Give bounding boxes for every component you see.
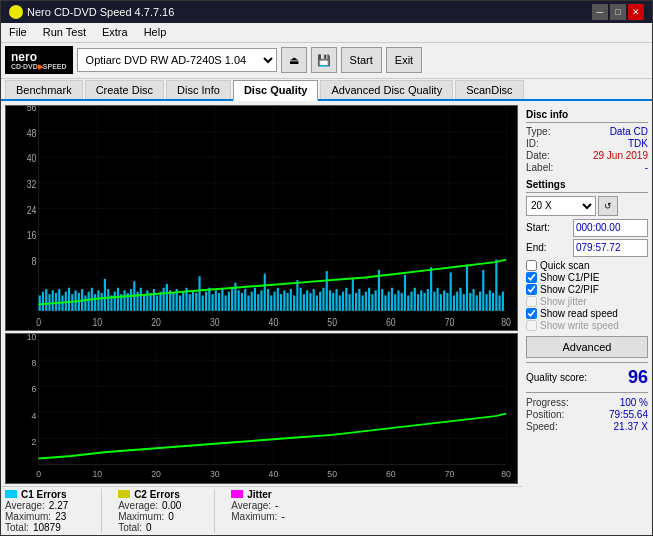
minimize-button[interactable]: ─	[592, 4, 608, 20]
svg-rect-143	[450, 272, 452, 310]
tab-advanced-disc-quality[interactable]: Advanced Disc Quality	[320, 80, 453, 99]
disc-info-title: Disc info	[526, 109, 648, 120]
menu-extra[interactable]: Extra	[94, 24, 136, 40]
svg-rect-93	[287, 293, 289, 311]
svg-text:30: 30	[210, 468, 220, 479]
svg-rect-151	[476, 295, 478, 310]
tab-disc-info[interactable]: Disc Info	[166, 80, 231, 99]
refresh-button[interactable]: ↺	[598, 196, 618, 216]
save-button[interactable]: 💾	[311, 47, 337, 73]
end-input[interactable]	[573, 239, 648, 257]
show-c1pie-checkbox[interactable]	[526, 272, 537, 283]
start-button[interactable]: Start	[341, 47, 382, 73]
c2-avg-label: Average:	[118, 500, 158, 511]
bottom-chart-svg: 10 8 6 4 2 0 10 20 30 40 50 60 70 80	[6, 334, 517, 483]
toolbar: nero CD·DVD▶SPEED Optiarc DVD RW AD-7240…	[1, 43, 652, 79]
svg-rect-146	[459, 287, 461, 310]
show-write-speed-label: Show write speed	[540, 320, 619, 331]
tab-benchmark[interactable]: Benchmark	[5, 80, 83, 99]
exit-button[interactable]: Exit	[386, 47, 422, 73]
svg-rect-101	[313, 289, 315, 311]
svg-rect-123	[384, 295, 386, 310]
close-button[interactable]: ✕	[628, 4, 644, 20]
show-jitter-checkbox[interactable]	[526, 296, 537, 307]
progress-label: Progress:	[526, 397, 569, 408]
show-c1pie-row: Show C1/PIE	[526, 272, 648, 283]
titlebar-controls: ─ □ ✕	[592, 4, 644, 20]
maximize-button[interactable]: □	[610, 4, 626, 20]
tab-scandisc[interactable]: ScanDisc	[455, 80, 523, 99]
disc-id-row: ID: TDK	[526, 138, 648, 149]
svg-rect-114	[355, 293, 357, 311]
svg-rect-154	[485, 294, 487, 311]
svg-text:10: 10	[27, 334, 37, 342]
menu-runtest[interactable]: Run Test	[35, 24, 94, 40]
c2-errors-group: C2 Errors Average: 0.00 Maximum: 0 Total…	[118, 489, 198, 533]
svg-rect-52	[153, 289, 155, 311]
svg-rect-38	[107, 289, 109, 311]
menubar: File Run Test Extra Help	[1, 23, 652, 43]
speed-info-label: Speed:	[526, 421, 558, 432]
end-label: End:	[526, 242, 547, 253]
svg-rect-86	[264, 273, 266, 310]
svg-rect-104	[322, 287, 324, 310]
c2-header: C2 Errors	[118, 489, 198, 500]
svg-rect-95	[293, 295, 295, 310]
drive-select[interactable]: Optiarc DVD RW AD-7240S 1.04	[77, 48, 277, 72]
show-c2pif-checkbox[interactable]	[526, 284, 537, 295]
svg-text:60: 60	[386, 468, 396, 479]
show-write-speed-checkbox[interactable]	[526, 320, 537, 331]
svg-rect-43	[123, 290, 125, 310]
svg-rect-107	[332, 293, 334, 311]
tab-create-disc[interactable]: Create Disc	[85, 80, 164, 99]
menu-help[interactable]: Help	[136, 24, 175, 40]
show-c2pif-row: Show C2/PIF	[526, 284, 648, 295]
quick-scan-label: Quick scan	[540, 260, 589, 271]
svg-rect-115	[358, 289, 360, 311]
svg-text:60: 60	[386, 316, 396, 328]
svg-rect-55	[163, 287, 165, 310]
svg-text:70: 70	[445, 316, 455, 328]
advanced-button[interactable]: Advanced	[526, 336, 648, 358]
svg-rect-69	[208, 287, 210, 310]
start-label: Start:	[526, 222, 550, 233]
svg-rect-100	[309, 293, 311, 311]
menu-file[interactable]: File	[1, 24, 35, 40]
svg-rect-63	[189, 294, 191, 311]
show-read-speed-label: Show read speed	[540, 308, 618, 319]
svg-rect-74	[225, 295, 227, 310]
svg-rect-71	[215, 290, 217, 310]
speed-select[interactable]: 20 X	[526, 196, 596, 216]
tabs-bar: Benchmark Create Disc Disc Info Disc Qua…	[1, 79, 652, 101]
svg-rect-109	[339, 295, 341, 310]
c1-color-box	[5, 490, 17, 498]
svg-rect-118	[368, 287, 370, 310]
start-input[interactable]	[573, 219, 648, 237]
eject-button[interactable]: ⏏	[281, 47, 307, 73]
disc-label-value: -	[645, 162, 648, 173]
svg-rect-75	[228, 291, 230, 310]
quick-scan-checkbox[interactable]	[526, 260, 537, 271]
disc-type-row: Type: Data CD	[526, 126, 648, 137]
svg-rect-141	[443, 290, 445, 310]
svg-rect-153	[482, 269, 484, 310]
svg-rect-45	[130, 289, 132, 311]
c1-average-row: Average: 2.27	[5, 500, 85, 511]
show-read-speed-checkbox[interactable]	[526, 308, 537, 319]
tab-disc-quality[interactable]: Disc Quality	[233, 80, 319, 101]
svg-rect-134	[420, 290, 422, 310]
svg-rect-17	[39, 295, 41, 310]
svg-rect-156	[492, 293, 494, 311]
right-panel: Disc info Type: Data CD ID: TDK Date: 29…	[522, 101, 652, 535]
svg-text:8: 8	[32, 255, 37, 267]
svg-rect-70	[211, 294, 213, 311]
jitter-label: Jitter	[247, 489, 271, 500]
show-jitter-row: Show jitter	[526, 296, 648, 307]
svg-text:0: 0	[36, 316, 41, 328]
c2-max-label: Maximum:	[118, 511, 164, 522]
svg-rect-90	[277, 287, 279, 310]
svg-text:50: 50	[327, 468, 337, 479]
svg-rect-35	[97, 290, 99, 310]
titlebar-title: Nero CD-DVD Speed 4.7.7.16	[27, 6, 174, 18]
svg-rect-50	[146, 290, 148, 310]
